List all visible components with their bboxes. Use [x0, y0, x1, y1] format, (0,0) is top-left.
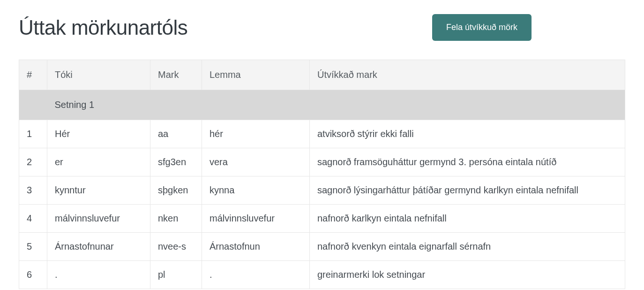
cell-num: 6 [19, 261, 47, 289]
table-row: 3kynntursþgkenkynnasagnorð lýsingarháttu… [19, 176, 625, 205]
table-row: 4málvinnsluvefurnkenmálvinnsluvefurnafno… [19, 205, 625, 233]
table-row: 1Héraahératviksorð stýrir ekki falli [19, 120, 625, 148]
cell-num: 4 [19, 205, 47, 233]
cell-mark: aa [150, 120, 202, 148]
col-header-mark: Mark [150, 60, 202, 90]
cell-mark: sþgken [150, 176, 202, 205]
cell-ext: greinarmerki lok setningar [310, 261, 625, 289]
cell-ext: nafnorð karlkyn eintala nefnifall [310, 205, 625, 233]
cell-lemma: Árnastofnun [202, 233, 310, 261]
cell-ext: nafnorð kvenkyn eintala eignarfall sérna… [310, 233, 625, 261]
cell-toki: Árnastofnunar [47, 233, 150, 261]
table-row: 6.pl.greinarmerki lok setningar [19, 261, 625, 289]
cell-mark: nvee-s [150, 233, 202, 261]
cell-ext: sagnorð framsöguháttur germynd 3. persón… [310, 148, 625, 176]
cell-toki: kynntur [47, 176, 150, 205]
cell-ext: atviksorð stýrir ekki falli [310, 120, 625, 148]
page-title: Úttak mörkunartóls [19, 16, 187, 39]
output-table: # Tóki Mark Lemma Útvíkkað mark Setning … [19, 60, 625, 289]
cell-lemma: málvinnsluvefur [202, 205, 310, 233]
section-label: Setning 1 [47, 90, 625, 120]
cell-num: 1 [19, 120, 47, 148]
col-header-toki: Tóki [47, 60, 150, 90]
cell-mark: nken [150, 205, 202, 233]
table-row: 5Árnastofnunarnvee-sÁrnastofnunnafnorð k… [19, 233, 625, 261]
cell-lemma: kynna [202, 176, 310, 205]
cell-ext: sagnorð lýsingarháttur þátíðar germynd k… [310, 176, 625, 205]
cell-toki: Hér [47, 120, 150, 148]
toggle-extended-button[interactable]: Fela útvíkkuð mörk [432, 14, 532, 41]
cell-num: 5 [19, 233, 47, 261]
col-header-num: # [19, 60, 47, 90]
col-header-lemma: Lemma [202, 60, 310, 90]
cell-lemma: hér [202, 120, 310, 148]
cell-num: 2 [19, 148, 47, 176]
cell-mark: pl [150, 261, 202, 289]
page-header: Úttak mörkunartóls Fela útvíkkuð mörk [19, 14, 625, 41]
cell-toki: . [47, 261, 150, 289]
section-row: Setning 1 [19, 90, 625, 120]
table-header-row: # Tóki Mark Lemma Útvíkkað mark [19, 60, 625, 90]
table-row: 2ersfg3enverasagnorð framsöguháttur germ… [19, 148, 625, 176]
cell-lemma: vera [202, 148, 310, 176]
section-spacer [19, 90, 47, 120]
col-header-extended: Útvíkkað mark [310, 60, 625, 90]
cell-toki: málvinnsluvefur [47, 205, 150, 233]
cell-toki: er [47, 148, 150, 176]
cell-mark: sfg3en [150, 148, 202, 176]
cell-num: 3 [19, 176, 47, 205]
cell-lemma: . [202, 261, 310, 289]
